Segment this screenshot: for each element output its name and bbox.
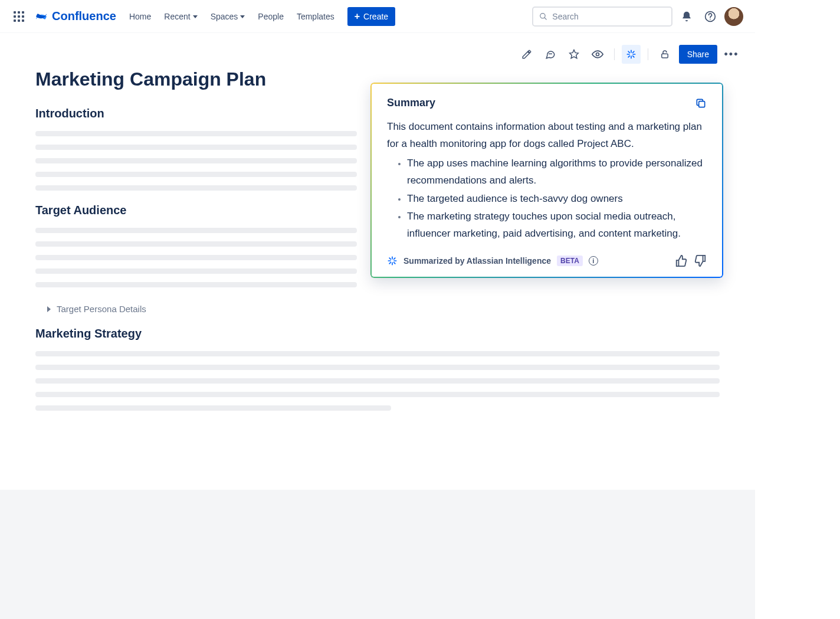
star-icon[interactable] xyxy=(565,45,583,64)
svg-line-1 xyxy=(544,17,547,19)
svg-line-24 xyxy=(389,263,391,264)
placeholder-block xyxy=(35,351,720,411)
svg-point-0 xyxy=(540,13,545,18)
nav-home[interactable]: Home xyxy=(129,12,151,21)
svg-rect-16 xyxy=(699,101,705,107)
comment-icon[interactable] xyxy=(541,45,560,64)
nav-recent[interactable]: Recent xyxy=(164,12,197,21)
restrictions-icon[interactable] xyxy=(655,45,674,64)
separator xyxy=(648,48,648,60)
summary-bullet: The marketing strategy touches upon soci… xyxy=(407,208,707,243)
info-icon[interactable]: i xyxy=(589,256,598,266)
thumbs-down-icon[interactable] xyxy=(694,254,707,267)
brand-logo[interactable]: Confluence xyxy=(34,9,116,24)
edit-icon[interactable] xyxy=(517,45,536,64)
help-icon[interactable] xyxy=(701,7,720,26)
svg-marker-5 xyxy=(569,50,578,58)
svg-line-12 xyxy=(632,56,634,57)
svg-line-11 xyxy=(628,51,629,53)
nav-people[interactable]: People xyxy=(258,12,284,21)
separator xyxy=(614,48,615,60)
thumbs-up-icon[interactable] xyxy=(675,254,688,267)
svg-line-23 xyxy=(394,258,395,259)
chevron-down-icon xyxy=(193,15,198,18)
search-icon xyxy=(539,12,547,21)
share-button[interactable]: Share xyxy=(679,45,717,64)
watch-icon[interactable] xyxy=(588,45,607,64)
svg-line-14 xyxy=(628,56,629,57)
nav-links: Home Recent Spaces People Templates xyxy=(129,12,334,21)
chevron-right-icon xyxy=(47,306,51,312)
summary-attribution: Summarized by Atlassian Intelligence BET… xyxy=(387,256,598,266)
svg-line-13 xyxy=(632,51,634,53)
confluence-icon xyxy=(34,9,48,24)
avatar[interactable] xyxy=(724,7,743,26)
beta-badge: BETA xyxy=(557,256,583,266)
heading-strategy: Marketing Strategy xyxy=(35,327,720,340)
ai-icon xyxy=(387,256,398,266)
copy-icon[interactable] xyxy=(695,97,707,109)
nav-templates[interactable]: Templates xyxy=(297,12,334,21)
svg-point-3 xyxy=(710,18,711,19)
summary-bullets: The app uses machine learning algorithms… xyxy=(387,155,707,243)
nav-spaces[interactable]: Spaces xyxy=(211,12,245,21)
summary-bullet: The app uses machine learning algorithms… xyxy=(407,155,707,189)
summary-panel: Summary This document contains informati… xyxy=(370,83,723,278)
ai-summarize-icon[interactable] xyxy=(622,45,641,64)
svg-line-22 xyxy=(394,263,395,264)
summary-intro: This document contains information about… xyxy=(387,119,707,153)
more-actions-icon[interactable]: ••• xyxy=(722,45,741,64)
top-nav: Confluence Home Recent Spaces People Tem… xyxy=(0,0,755,33)
create-button[interactable]: + Create xyxy=(347,7,395,26)
chevron-down-icon xyxy=(240,15,245,18)
app-switcher-icon[interactable] xyxy=(12,9,26,24)
svg-rect-15 xyxy=(661,54,668,58)
brand-name: Confluence xyxy=(52,9,116,23)
summary-bullet: The targeted audience is tech-savvy dog … xyxy=(407,191,707,208)
plus-icon: + xyxy=(355,12,360,21)
search-input[interactable] xyxy=(532,6,672,27)
summary-body: This document contains information about… xyxy=(387,119,707,243)
notifications-icon[interactable] xyxy=(677,7,696,26)
page-actions: Share ••• xyxy=(0,33,755,64)
svg-point-6 xyxy=(596,53,599,56)
expand-target-persona[interactable]: Target Persona Details xyxy=(47,304,720,314)
svg-line-21 xyxy=(389,258,391,259)
summary-title: Summary xyxy=(387,97,435,109)
